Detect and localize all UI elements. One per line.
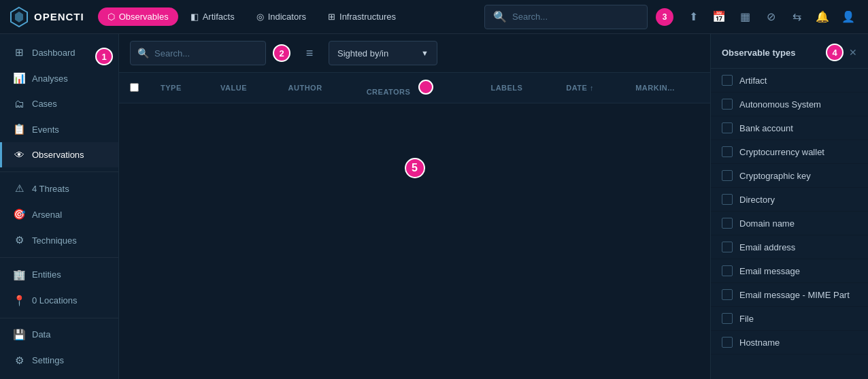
hostname-checkbox[interactable] — [722, 337, 733, 348]
sidebar-item-arsenal[interactable]: 🎯 Arsenal — [0, 201, 118, 227]
table-header-date[interactable]: DATE ↑ — [555, 73, 624, 103]
sighted-dropdown[interactable]: Sighted by/in ▼ — [329, 41, 437, 65]
table-header-markings: MARKIN... — [624, 73, 710, 103]
table-header-check — [119, 73, 150, 103]
main-container: ⊞ Dashboard 1 📊 Analyses 🗂 Cases 📋 Event… — [0, 34, 868, 379]
dashboard-icon: ⊞ — [13, 46, 25, 59]
content-toolbar: 🔍 2 ≡ Sighted by/in ▼ — [119, 34, 710, 73]
global-search-input[interactable] — [512, 12, 639, 22]
directory-checkbox[interactable] — [722, 194, 733, 205]
observables-icon: ⬡ — [107, 12, 115, 22]
table-header-value: VALUE — [210, 73, 278, 103]
svg-marker-1 — [15, 12, 23, 22]
logo-text: OPENCTI — [34, 11, 84, 22]
domain-name-checkbox[interactable] — [722, 218, 733, 229]
sidebar-item-locations[interactable]: 📍 0 Locations — [0, 288, 118, 314]
upload-button[interactable]: ⬆ — [682, 5, 705, 29]
dropdown-arrow-icon: ▼ — [421, 49, 429, 57]
nav-infrastructures[interactable]: ⊞ Infrastructures — [318, 7, 405, 26]
indicators-icon: ◎ — [256, 12, 264, 22]
user-button[interactable]: 👤 — [837, 5, 860, 29]
nav-artifacts[interactable]: ◧ Artifacts — [181, 7, 244, 26]
calendar-button[interactable]: 📅 — [707, 5, 731, 29]
table-header-author: AUTHOR — [278, 73, 356, 103]
observable-type-bank-account[interactable]: Bank account — [711, 116, 868, 140]
entities-icon: 🏢 — [13, 269, 25, 281]
sidebar-item-observations[interactable]: 👁 Observations — [0, 142, 118, 167]
select-all-checkbox[interactable] — [130, 83, 139, 92]
table-container: TYPE VALUE AUTHOR CREATORS LABELS DATE ↑… — [119, 73, 710, 379]
email-address-checkbox[interactable] — [722, 242, 733, 252]
artifacts-icon: ◧ — [190, 12, 199, 22]
content-search-icon: 🔍 — [137, 48, 149, 59]
table-header-type: TYPE — [150, 73, 210, 103]
bank-account-checkbox[interactable] — [722, 122, 733, 133]
table-header-creators: CREATORS — [356, 73, 480, 103]
sidebar-item-entities[interactable]: 🏢 Entities — [0, 262, 118, 288]
observable-type-email-address[interactable]: Email address — [711, 235, 868, 259]
center-content: 🔍 2 ≡ Sighted by/in ▼ TYPE VALUE — [119, 34, 710, 379]
empty-row: 5 — [119, 103, 710, 233]
table-header-labels: LABELS — [480, 73, 555, 103]
sidebar-item-events[interactable]: 📋 Events — [0, 116, 118, 142]
observable-type-cryptographic-key[interactable]: Cryptographic key — [711, 164, 868, 188]
analyses-icon: 📊 — [13, 72, 25, 84]
file-checkbox[interactable] — [722, 313, 733, 324]
techniques-icon: ⚙ — [13, 234, 25, 246]
cryptocurrency-wallet-checkbox[interactable] — [722, 146, 733, 157]
observable-type-hostname[interactable]: Hostname — [711, 331, 868, 355]
share-button[interactable]: ⇆ — [785, 5, 808, 29]
settings-icon: ⚙ — [13, 355, 25, 367]
sidebar-item-dashboard[interactable]: ⊞ Dashboard 1 — [0, 39, 118, 65]
artifact-checkbox[interactable] — [722, 75, 733, 86]
observations-icon: 👁 — [13, 149, 25, 161]
observable-type-email-message-mime[interactable]: Email message - MIME Part — [711, 283, 868, 307]
filter-clear-button[interactable]: ✕ — [849, 47, 857, 58]
right-panel: Observable types 4 ✕ Artifact Autonomous… — [710, 34, 868, 379]
sidebar: ⊞ Dashboard 1 📊 Analyses 🗂 Cases 📋 Event… — [0, 34, 119, 379]
top-nav-icons: ⬆ 📅 ▦ ⊘ ⇆ 🔔 👤 — [682, 5, 860, 29]
cases-icon: 🗂 — [13, 98, 25, 110]
email-message-mime-checkbox[interactable] — [722, 289, 733, 300]
observable-type-directory[interactable]: Directory — [711, 188, 868, 212]
nav-indicators[interactable]: ◎ Indicators — [247, 7, 316, 26]
events-icon: 📋 — [13, 123, 25, 135]
cryptographic-key-checkbox[interactable] — [722, 170, 733, 181]
observable-type-domain-name[interactable]: Domain name — [711, 212, 868, 235]
block-button[interactable]: ⊘ — [759, 5, 782, 29]
observable-type-artifact[interactable]: Artifact — [711, 69, 868, 93]
arsenal-icon: 🎯 — [13, 208, 25, 220]
data-icon: 💾 — [13, 329, 25, 341]
observables-table: TYPE VALUE AUTHOR CREATORS LABELS DATE ↑… — [119, 73, 710, 233]
annotation-creators — [418, 80, 433, 95]
observable-type-cryptocurrency-wallet[interactable]: Cryptocurrency wallet — [711, 140, 868, 164]
search-icon: 🔍 — [493, 10, 507, 23]
observable-type-email-message[interactable]: Email message — [711, 259, 868, 283]
global-search-bar: 🔍 — [484, 5, 648, 29]
right-panel-header: Observable types 4 ✕ — [711, 34, 868, 69]
sidebar-item-analyses[interactable]: 📊 Analyses — [0, 65, 118, 91]
search-badge: 3 — [656, 8, 673, 26]
right-panel-title: Observable types — [722, 48, 795, 58]
annotation-1: 1 — [95, 48, 113, 65]
observable-type-file[interactable]: File — [711, 307, 868, 331]
bell-button[interactable]: 🔔 — [811, 5, 834, 29]
logo-icon — [8, 6, 30, 28]
email-message-checkbox[interactable] — [722, 265, 733, 276]
nav-observables[interactable]: ⬡ Observables — [98, 7, 178, 26]
observable-type-autonomous-system[interactable]: Autonomous System — [711, 93, 868, 116]
logo: OPENCTI — [8, 6, 84, 28]
filter-button[interactable]: ≡ — [297, 41, 322, 65]
top-nav: OPENCTI ⬡ Observables ◧ Artifacts ◎ Indi… — [0, 0, 868, 34]
threats-icon: ⚠ — [13, 182, 25, 195]
autonomous-system-checkbox[interactable] — [722, 99, 733, 110]
annotation-5: 5 — [405, 158, 425, 178]
sidebar-item-techniques[interactable]: ⚙ Techniques — [0, 227, 118, 253]
sidebar-item-data[interactable]: 💾 Data — [0, 322, 118, 348]
sidebar-item-settings[interactable]: ⚙ Settings — [0, 348, 118, 374]
content-search-input[interactable] — [154, 48, 258, 59]
sidebar-item-threats[interactable]: ⚠ 4 Threats — [0, 176, 118, 201]
sidebar-item-cases[interactable]: 🗂 Cases — [0, 91, 118, 116]
chart-button[interactable]: ▦ — [733, 5, 756, 29]
infrastructures-icon: ⊞ — [328, 12, 335, 22]
